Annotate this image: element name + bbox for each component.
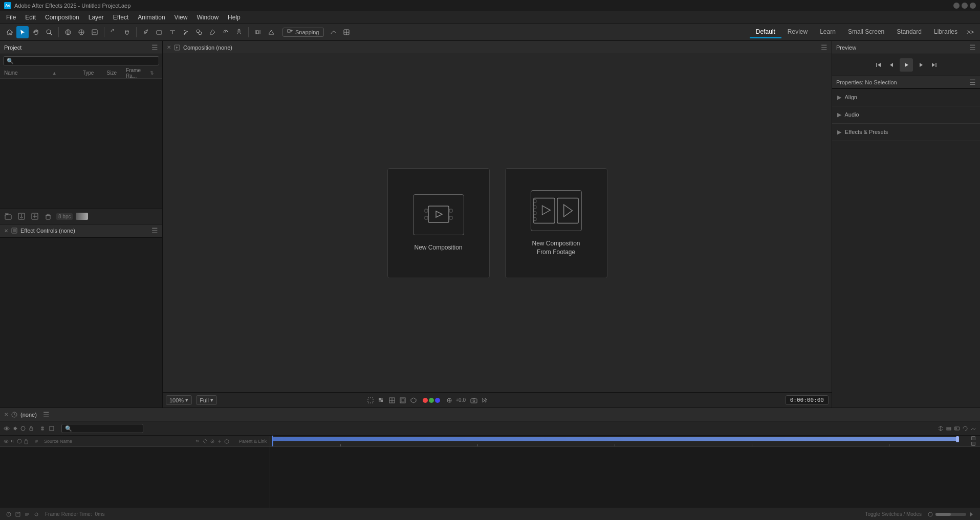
new-folder-btn[interactable] — [3, 211, 13, 221]
eraser-tool[interactable] — [206, 26, 219, 38]
tl-3d-layer-icon[interactable] — [224, 438, 230, 445]
exposure-icon[interactable] — [445, 396, 454, 405]
menu-animation[interactable]: Animation — [134, 13, 169, 22]
clone-stamp-tool[interactable] — [193, 26, 205, 38]
camera-icon[interactable] — [469, 396, 478, 405]
tl-play-fwd-btn[interactable] — [968, 511, 975, 518]
tl-adj-layer-icon[interactable] — [216, 438, 223, 445]
new-composition-from-footage-card[interactable]: New CompositionFrom Footage — [505, 168, 607, 278]
pen-tool[interactable] — [140, 26, 152, 38]
tl-stencil-icon[interactable] — [202, 438, 208, 445]
toggle-switches-label[interactable]: Toggle Switches / Modes — [865, 511, 922, 517]
tl-footer-icon2[interactable] — [14, 511, 21, 518]
text-tool[interactable] — [166, 26, 179, 38]
timeline-search-input[interactable] — [61, 424, 143, 433]
next-frame-btn[interactable] — [915, 59, 926, 71]
menu-composition[interactable]: Composition — [41, 13, 83, 22]
comp-panel-menu[interactable]: ☰ — [821, 43, 827, 52]
roi-toggle[interactable] — [366, 396, 375, 405]
menu-view[interactable]: View — [170, 13, 192, 22]
timeline-menu[interactable]: ☰ — [43, 411, 50, 419]
effect-controls-menu[interactable]: ☰ — [151, 227, 158, 235]
properties-menu[interactable]: ☰ — [969, 78, 976, 86]
preview-menu[interactable]: ☰ — [969, 43, 976, 52]
timeline-shy-icon[interactable] — [39, 425, 46, 432]
time-scrubber[interactable] — [272, 437, 957, 441]
rotate-tool[interactable] — [107, 26, 120, 38]
menu-help[interactable]: Help — [224, 13, 245, 22]
minimize-button[interactable] — [953, 3, 960, 9]
timeline-tab-label[interactable]: (none) — [20, 412, 37, 418]
hand-tool[interactable] — [30, 26, 42, 38]
workspace-libraries[interactable]: Libraries — [928, 26, 964, 38]
orbit-tool[interactable] — [62, 26, 74, 38]
close-button[interactable] — [970, 3, 976, 9]
tl-eye-header[interactable] — [3, 438, 9, 445]
tl-footer-icon1[interactable] — [5, 511, 12, 518]
snapping-toggle[interactable]: Snapping — [282, 28, 324, 37]
shape-tool-2[interactable] — [265, 26, 277, 38]
rectangle-tool[interactable] — [153, 26, 165, 38]
import-btn[interactable] — [16, 211, 27, 221]
brush-tool[interactable] — [180, 26, 192, 38]
project-panel-menu-icon[interactable]: ☰ — [151, 43, 158, 52]
align-title[interactable]: ▶ Align — [837, 92, 975, 103]
timecode-display[interactable]: 0:00:00:00 — [786, 395, 829, 405]
first-frame-btn[interactable] — [873, 59, 884, 71]
timeline-end-button[interactable] — [971, 442, 975, 446]
new-comp-footer-btn[interactable] — [30, 211, 40, 221]
align-distribute-tool[interactable] — [252, 26, 264, 38]
grid-toggle[interactable] — [387, 396, 397, 405]
bpc-indicator[interactable]: 8 bpc — [56, 213, 73, 220]
maximize-button[interactable] — [962, 3, 968, 9]
zoom-tool[interactable] — [43, 26, 55, 38]
menu-window[interactable]: Window — [192, 13, 223, 22]
timeline-start-button[interactable] — [971, 436, 975, 440]
delete-btn[interactable] — [43, 211, 53, 221]
roto-brush-tool[interactable] — [220, 26, 232, 38]
timeline-lock-icon[interactable] — [28, 425, 35, 432]
green-channel[interactable] — [429, 398, 434, 403]
prev-frame-btn[interactable] — [886, 59, 898, 71]
comp-tab-close[interactable]: ✕ — [167, 44, 171, 50]
timeline-close[interactable]: ✕ — [4, 412, 8, 417]
tl-solo-header[interactable] — [16, 438, 23, 445]
timeline-eye-icon[interactable] — [3, 425, 10, 432]
blue-channel[interactable] — [435, 398, 440, 403]
project-search-input[interactable] — [3, 56, 159, 65]
new-composition-card[interactable]: New Composition — [387, 168, 490, 278]
split-layer-icon[interactable] — [937, 425, 944, 432]
delete-vertex-tool[interactable] — [89, 26, 101, 38]
menu-edit[interactable]: Edit — [21, 13, 40, 22]
workspace-default[interactable]: Default — [750, 26, 781, 38]
effects-presets-title[interactable]: ▶ Effects & Presets — [837, 127, 975, 138]
comp-settings-icon[interactable] — [953, 425, 961, 432]
tl-lock-header[interactable] — [23, 438, 29, 445]
puppet-tool[interactable] — [233, 26, 245, 38]
time-scrubber-end-handle[interactable] — [956, 436, 959, 442]
comp-tab-label[interactable]: Composition (none) — [183, 44, 232, 51]
home-tool[interactable] — [3, 26, 15, 38]
solo-icon[interactable] — [962, 425, 969, 432]
tl-motion-blur-icon[interactable] — [209, 438, 215, 445]
timeline-frame-icon[interactable] — [48, 425, 55, 432]
zoom-dropdown[interactable]: 100% ▾ — [166, 395, 192, 405]
workspace-review[interactable]: Review — [781, 26, 814, 38]
audio-title[interactable]: ▶ Audio — [837, 109, 975, 120]
tl-footer-icon4[interactable] — [33, 511, 40, 518]
last-frame-btn[interactable] — [928, 59, 940, 71]
new-layer-icon[interactable] — [945, 425, 952, 432]
tl-footer-icon3[interactable] — [24, 511, 31, 518]
timeline-ruler[interactable] — [270, 436, 980, 447]
workspace-standard[interactable]: Standard — [890, 26, 928, 38]
workspace-small-screen[interactable]: Small Screen — [842, 26, 890, 38]
timeline-scrubber-mini[interactable] — [935, 513, 966, 516]
transparency-toggle[interactable] — [377, 396, 386, 405]
graph-editor-icon[interactable] — [970, 425, 977, 432]
menu-file[interactable]: File — [2, 13, 20, 22]
fast-preview-icon[interactable] — [480, 396, 489, 405]
effect-close-btn[interactable]: ✕ — [4, 228, 8, 234]
workspace-learn[interactable]: Learn — [814, 26, 842, 38]
timeline-audio-icon[interactable] — [11, 425, 18, 432]
tl-play-reverse-btn[interactable] — [927, 511, 934, 518]
